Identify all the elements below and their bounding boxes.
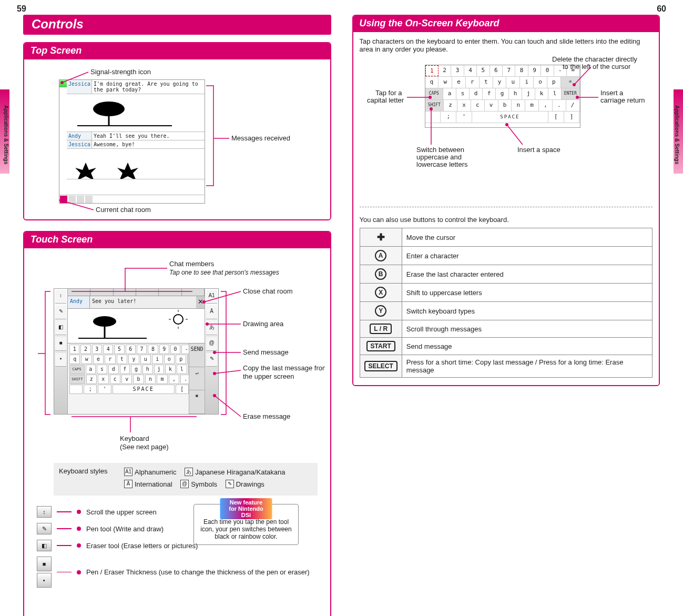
- tap-caps-1: Tap for a: [375, 89, 402, 97]
- table-row: STARTSend message: [360, 338, 653, 355]
- switch-case-3: lowercase letters: [416, 160, 468, 168]
- button-icon-cell: X: [360, 284, 402, 302]
- delete-label-1: Delete the character directly: [552, 56, 637, 63]
- new-feature-text: Each time you tap the pen tool icon, you…: [200, 518, 291, 540]
- button-action-label: Scroll through messages: [402, 320, 652, 338]
- switch-case-1: Switch between: [416, 146, 464, 154]
- chat-room-row: [59, 195, 205, 203]
- left-tool-strip: ↕ ✎ ◧ ■ ▪: [54, 289, 68, 414]
- new-feature-badge: New feature for Nintendo DSi: [220, 498, 272, 519]
- top-screen-screenshot: Jessica I'm doing great. Are you going t…: [59, 79, 205, 204]
- divider: [360, 207, 653, 207]
- messages-label: Messages received: [231, 134, 290, 142]
- drawing-area-label: Drawing area: [243, 320, 284, 328]
- svg-point-10: [174, 315, 183, 324]
- pen-tool-label: Pen tool (Write and draw): [86, 525, 164, 533]
- osk-intro: Tap characters on the keyboard to enter …: [360, 37, 653, 53]
- button-action-label: Shift to uppercase letters: [402, 284, 652, 302]
- thickness-big-icon: ■: [55, 337, 66, 351]
- touch-screen-screenshot: ↕ ✎ ◧ ■ ▪ Andy See you later! ✕: [54, 288, 219, 415]
- pen-tool-icon: ✎: [55, 306, 66, 319]
- pen-tool-mini-icon: ✎: [37, 523, 52, 534]
- x-button-icon: X: [375, 287, 386, 298]
- table-row: BErase the last character entered: [360, 265, 653, 284]
- page-number-right: 60: [657, 4, 666, 14]
- msg3-text: Awesome, bye!: [92, 140, 205, 148]
- msg3-name: Jessica: [67, 140, 92, 148]
- thickness-small-mini-icon: ▪: [37, 573, 52, 588]
- start-button-icon: START: [366, 341, 395, 351]
- a-button-icon: A: [375, 250, 386, 261]
- chat-members-sub: Tap one to see that person's messages: [169, 269, 279, 276]
- drawing-area: [68, 309, 205, 344]
- top-screen-header: Top Screen: [24, 43, 330, 59]
- msg3-drawing: [67, 149, 205, 179]
- scroll-tool-icon: ↕: [55, 290, 66, 304]
- button-icon-cell: B: [360, 265, 402, 284]
- table-row: ✚Move the cursor: [360, 228, 653, 247]
- dpad-icon: ✚: [375, 231, 386, 243]
- copy-button-icon: ↵: [189, 367, 205, 391]
- erase-message-label: Erase message: [243, 412, 290, 420]
- style-jp: Japanese Hiragana/Katakana: [195, 468, 285, 476]
- osk-screenshot: 1234567890-= qwertyuiop⌫ CAPSasdfghjklEN…: [425, 65, 580, 128]
- insert-return-1: Insert a: [600, 89, 624, 97]
- button-icon-cell: START: [360, 338, 402, 355]
- thickness-label: Pen / Eraser Thickness (use to change th…: [86, 568, 310, 576]
- keyboard-label: Keyboard: [120, 435, 149, 442]
- chat-members-label: Chat members: [169, 260, 215, 268]
- style-alpha-icon: A1: [124, 468, 132, 476]
- kbd-styles-label: Keyboard styles: [59, 467, 117, 475]
- page-number-left: 59: [17, 4, 26, 14]
- insert-return-2: carriage return: [600, 96, 645, 104]
- scroll-tool-mini-icon: ↕: [37, 506, 52, 518]
- msg2-text: Yeah I'll see you there.: [92, 132, 205, 140]
- button-icon-cell: SELECT: [360, 355, 402, 378]
- eraser-tool-mini-icon: ◧: [37, 540, 52, 551]
- top-screen-panel: Top Screen Jessica I'm doing great. Are …: [23, 42, 331, 220]
- member-tabs: [68, 289, 205, 296]
- thickness-small-icon: ▪: [55, 353, 66, 367]
- table-row: AEnter a character: [360, 247, 653, 265]
- keyboard-styles-box: Keyboard styles A1Alphanumeric あJapanese…: [54, 463, 318, 496]
- signal-icon: [59, 80, 67, 87]
- copy-last-label2: the upper screen: [243, 372, 294, 380]
- style-sym: Symbols: [191, 480, 217, 488]
- osk-panel: Using the On-Screen Keyboard Tap charact…: [352, 15, 660, 386]
- button-controls-table: ✚Move the cursorAEnter a characterBErase…: [360, 228, 653, 378]
- button-icon-cell: Y: [360, 302, 402, 320]
- style-sym-icon: @: [180, 480, 189, 488]
- kbd-style-alpha-icon: A1: [206, 290, 217, 304]
- controls-heading: Controls: [23, 15, 331, 35]
- button-action-label: Erase the last character entered: [402, 265, 652, 284]
- select-button-icon: SELECT: [364, 361, 397, 371]
- osk-header: Using the On-Screen Keyboard: [353, 16, 659, 32]
- eraser-tool-label: Eraser tool (Erase letters or pictures): [86, 542, 198, 550]
- touch-screen-header: Touch Screen: [24, 232, 330, 248]
- eraser-tool-icon: ◧: [55, 321, 66, 335]
- button-icon-cell: L / R: [360, 320, 402, 338]
- y-button-icon: Y: [375, 305, 386, 317]
- style-jp-icon: あ: [185, 468, 193, 476]
- button-action-label: Move the cursor: [402, 228, 652, 247]
- compose-name: Andy: [68, 296, 90, 308]
- kbd-style-jp-icon: あ: [206, 321, 217, 335]
- erase-button-icon: ✖: [189, 390, 205, 414]
- side-label-right: Applications & Settings: [674, 105, 680, 164]
- button-action-label: Send message: [402, 338, 652, 355]
- side-label-left: Applications & Settings: [3, 105, 9, 164]
- style-draw-icon: ✎: [226, 480, 234, 488]
- table-row: L / RScroll through messages: [360, 320, 653, 338]
- close-room-label: Close chat room: [243, 287, 293, 295]
- right-tool-strip: A1 Ä あ @ ✎: [205, 289, 218, 414]
- new-feature-box: New feature for Nintendo DSi Each time y…: [193, 504, 299, 545]
- tap-caps-2: capital letter: [367, 96, 404, 104]
- l-r-button-icon: L / R: [370, 324, 392, 334]
- msg1-drawing: [67, 94, 205, 132]
- style-intl: International: [135, 480, 172, 488]
- table-row: YSwitch keyboard types: [360, 302, 653, 320]
- touch-screen-panel: Touch Screen ↕ ✎ ◧ ■ ▪: [23, 231, 331, 616]
- buttons-intro: You can also use buttons to control the …: [360, 216, 653, 224]
- msg1-name: Jessica: [67, 80, 92, 94]
- style-draw: Drawings: [236, 480, 264, 488]
